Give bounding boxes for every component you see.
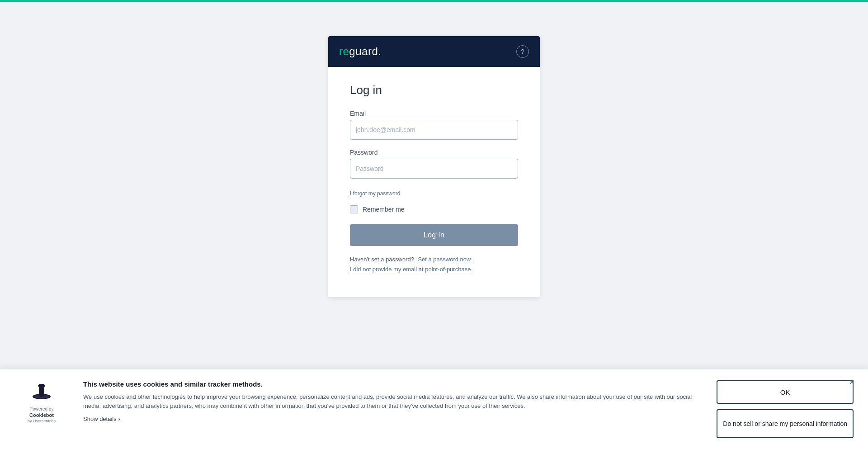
cookie-content: This website uses cookies and similar tr… [83, 380, 702, 422]
remember-row: Remember me [350, 205, 518, 213]
password-label: Password [350, 149, 518, 156]
chevron-right-icon: › [118, 416, 120, 422]
remember-me-label[interactable]: Remember me [363, 206, 405, 213]
card-body: Log in Email Password I forgot my passwo… [328, 67, 540, 297]
set-password-link[interactable]: Set a password now [418, 256, 471, 263]
email-group: Email [350, 110, 518, 140]
password-input[interactable] [350, 159, 518, 179]
top-accent-bar [0, 0, 868, 2]
cookie-description: We use cookies and other technologies to… [83, 392, 702, 410]
cookiebot-logo-area: Powered by Cookiebot by Usercentrics [14, 380, 69, 423]
cookie-buttons: × OK Do not sell or share my personal in… [717, 380, 854, 438]
ok-button[interactable]: OK [717, 380, 854, 404]
logo-guard: guard. [349, 45, 381, 57]
login-button[interactable]: Log In [350, 224, 518, 246]
logo: reguard. [339, 45, 381, 58]
forgot-password-link[interactable]: I forgot my password [350, 190, 400, 197]
close-cookie-banner-button[interactable]: × [846, 377, 857, 388]
bottom-links: Haven't set a password? Set a password n… [350, 255, 518, 275]
show-details-label: Show details [83, 416, 117, 422]
powered-by: Powered by Cookiebot by Usercentrics [28, 406, 56, 423]
cookiebot-subtext: by Usercentrics [28, 419, 56, 423]
cookiebot-brand: Cookiebot [29, 412, 54, 418]
cookie-banner: Powered by Cookiebot by Usercentrics Thi… [0, 369, 868, 449]
show-details-link[interactable]: Show details › [83, 416, 702, 422]
email-label: Email [350, 110, 518, 117]
remember-me-checkbox[interactable] [350, 205, 358, 213]
logo-re: re [339, 45, 349, 57]
no-sell-button[interactable]: Do not sell or share my personal informa… [717, 409, 854, 438]
email-input[interactable] [350, 120, 518, 140]
login-card: reguard. ? Log in Email Password I forgo… [328, 36, 540, 297]
no-email-link[interactable]: I did not provide my email at point-of-p… [350, 266, 472, 273]
help-icon-button[interactable]: ? [516, 45, 529, 58]
login-title: Log in [350, 83, 518, 97]
cookiebot-hat-icon [31, 380, 52, 402]
powered-by-text: Powered by [30, 406, 54, 411]
svg-point-3 [38, 384, 45, 388]
cookie-title: This website uses cookies and similar tr… [83, 380, 702, 388]
set-password-text: Haven't set a password? [350, 256, 414, 263]
password-group: Password [350, 149, 518, 179]
card-header: reguard. ? [328, 36, 540, 67]
